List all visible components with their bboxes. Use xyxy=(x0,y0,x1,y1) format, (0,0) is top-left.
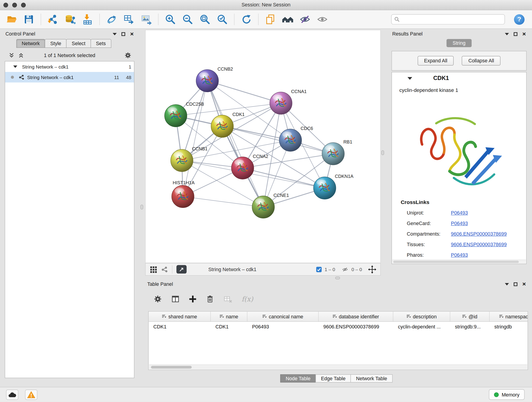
network-edge[interactable] xyxy=(207,81,263,207)
tab-style[interactable]: Style xyxy=(45,39,67,48)
selected-checkbox-icon[interactable] xyxy=(316,266,322,273)
network-node-label: CDK1 xyxy=(232,112,244,117)
tab-edge-table[interactable]: Edge Table xyxy=(316,374,351,383)
search-box[interactable] xyxy=(391,14,505,24)
network-node[interactable]: CCNA1 xyxy=(270,89,307,114)
crosslink-link[interactable]: P06493 xyxy=(451,252,468,258)
network-view-toolbar: String Network – cdk1 1 – 0 0 – 0 xyxy=(145,263,381,276)
add-column-plus-icon[interactable] xyxy=(189,295,197,303)
table-scrollbar[interactable] xyxy=(149,364,527,369)
table-toolbar: f(x) xyxy=(149,291,253,307)
splitter-handle[interactable] xyxy=(381,150,384,155)
table-header-row: shared namenamecanonical namedatabase id… xyxy=(149,312,528,322)
tab-select[interactable]: Select xyxy=(66,39,91,48)
zoom-selected-button[interactable] xyxy=(215,12,229,26)
delete-column-trash-icon[interactable] xyxy=(206,294,215,303)
import-network-from-file-button[interactable] xyxy=(46,12,60,26)
table-settings-gear-icon[interactable] xyxy=(153,294,162,303)
panel-close-icon[interactable]: × xyxy=(522,282,526,287)
column-header-name[interactable]: name xyxy=(211,312,247,321)
table-row[interactable]: CDK1CDK1P064939606.ENSP00000378699cyclin… xyxy=(149,322,528,332)
hide-unhide-button[interactable] xyxy=(298,12,312,26)
network-collection-row[interactable]: String Network – cdk1 1 xyxy=(5,61,134,72)
share-network-icon[interactable] xyxy=(161,266,168,273)
tab-network-table[interactable]: Network Table xyxy=(351,374,393,383)
collapse-all-button[interactable]: Collapse All xyxy=(462,56,500,65)
network-node[interactable]: CDC25B xyxy=(165,102,204,127)
network-node[interactable]: CCNB1 xyxy=(171,146,208,172)
splitter-handle[interactable] xyxy=(140,205,143,210)
refresh-network-button[interactable] xyxy=(239,12,253,26)
network-node[interactable]: CDK1 xyxy=(211,112,245,137)
open-in-new-view-button[interactable] xyxy=(177,265,186,274)
save-session-button[interactable] xyxy=(22,12,36,26)
tree-expand-icon[interactable] xyxy=(13,65,17,68)
network-collection-count: 1 xyxy=(129,64,132,70)
column-header-namespace[interactable]: namespace xyxy=(490,312,528,321)
gene-symbol: CDK1 xyxy=(433,75,449,82)
column-header-database-identifier[interactable]: database identifier xyxy=(319,312,393,321)
column-header-canonical-name[interactable]: canonical name xyxy=(247,312,319,321)
tab-node-table[interactable]: Node Table xyxy=(280,374,316,383)
show-panel-button[interactable] xyxy=(316,12,329,26)
clone-network-button[interactable] xyxy=(264,12,277,26)
import-table-from-file-button[interactable] xyxy=(81,12,94,26)
gene-collapse-icon[interactable] xyxy=(408,77,412,80)
column-header-description[interactable]: description xyxy=(393,312,450,321)
column-header-@id[interactable]: @id xyxy=(450,312,490,321)
network-row[interactable]: String Network – cdk1 11 48 xyxy=(5,72,134,83)
show-columns-icon[interactable] xyxy=(171,294,180,303)
homology-button[interactable] xyxy=(281,12,294,26)
scrollbar-thumb[interactable] xyxy=(393,261,519,263)
network-canvas[interactable]: CCNB2CCNA1CDC25BCDK1CDC6RB1CCNB1CCNA2CDK… xyxy=(145,30,381,263)
results-scrollbar[interactable] xyxy=(392,260,526,263)
pan-crosshair-icon[interactable] xyxy=(368,265,376,274)
crosslink-link[interactable]: P06493 xyxy=(451,220,468,226)
control-panel: Control Panel × NetworkStyleSelectSets 1… xyxy=(3,30,136,380)
panel-menu-icon[interactable] xyxy=(113,33,117,35)
birds-eye-view-icon[interactable] xyxy=(150,266,157,273)
crosslink-link[interactable]: 9606.ENSP00000378699 xyxy=(451,231,507,236)
network-edge[interactable] xyxy=(183,196,263,207)
network-node[interactable]: CCNB2 xyxy=(196,66,233,92)
gene-header[interactable]: CDK1 xyxy=(392,72,526,84)
hidden-eye-slash-icon[interactable] xyxy=(341,266,349,273)
fit-content-button[interactable] xyxy=(198,12,212,26)
panel-close-icon[interactable]: × xyxy=(130,32,134,36)
tab-string[interactable]: String xyxy=(447,39,472,47)
cloud-status-button[interactable] xyxy=(6,390,18,400)
expand-all-button[interactable]: Expand All xyxy=(418,56,454,65)
gear-icon[interactable] xyxy=(124,51,132,59)
splitter-handle[interactable] xyxy=(335,277,340,279)
export-image-button[interactable] xyxy=(139,12,153,26)
column-header-shared-name[interactable]: shared name xyxy=(149,312,211,321)
network-edge-count: 48 xyxy=(126,75,131,80)
tab-network[interactable]: Network xyxy=(16,39,45,48)
import-network-from-database-button[interactable] xyxy=(63,12,77,26)
zoom-in-button[interactable] xyxy=(164,12,177,26)
panel-float-icon[interactable] xyxy=(514,282,518,286)
search-input[interactable] xyxy=(402,17,502,22)
panel-close-icon[interactable]: × xyxy=(522,32,526,36)
network-edge[interactable] xyxy=(183,81,207,196)
new-network-from-selection-button[interactable] xyxy=(122,12,136,26)
network-operations-button[interactable] xyxy=(105,12,119,26)
warnings-button[interactable] xyxy=(25,390,37,400)
network-node[interactable]: RB1 xyxy=(322,139,352,165)
network-edge[interactable] xyxy=(243,168,325,188)
panel-float-icon[interactable] xyxy=(122,32,125,36)
network-node[interactable]: HIST1H1A xyxy=(172,180,195,208)
crosslink-link[interactable]: 9606.ENSP00000378699 xyxy=(451,242,507,247)
network-edge[interactable] xyxy=(207,81,281,103)
panel-float-icon[interactable] xyxy=(514,32,518,36)
open-session-button[interactable] xyxy=(5,12,18,26)
help-button[interactable]: ? xyxy=(514,14,525,25)
panel-menu-icon[interactable] xyxy=(505,33,509,35)
zoom-out-button[interactable] xyxy=(181,12,194,26)
crosslink-link[interactable]: P06493 xyxy=(451,210,468,216)
application-window: Session: New Session xyxy=(0,0,532,402)
panel-menu-icon[interactable] xyxy=(505,283,509,285)
tab-sets[interactable]: Sets xyxy=(90,39,111,48)
memory-button[interactable]: Memory xyxy=(489,389,525,400)
scrollbar-thumb[interactable] xyxy=(151,366,192,369)
